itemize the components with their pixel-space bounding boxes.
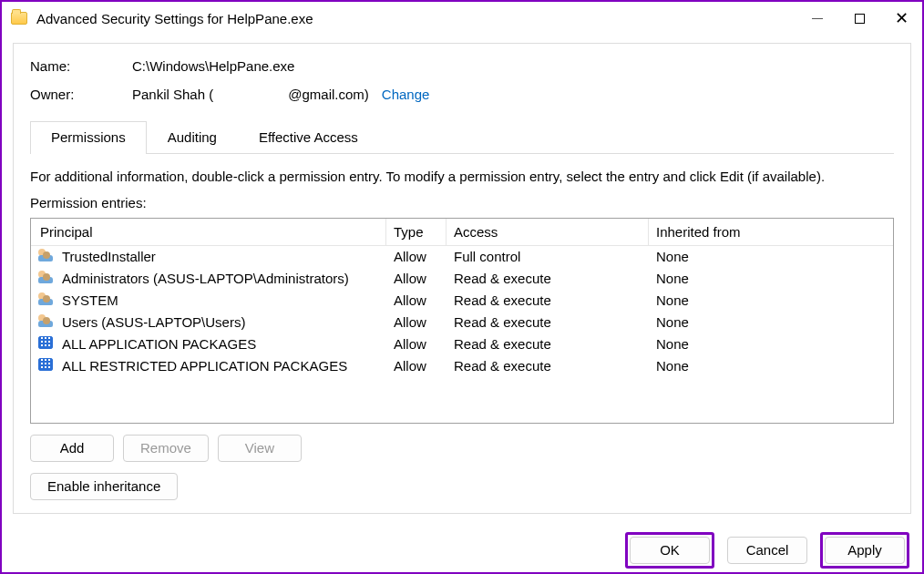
package-icon — [31, 336, 55, 352]
owner-row: Owner: Pankil Shah (@gmail.com) Change — [30, 87, 894, 102]
enable-inheritance-button[interactable]: Enable inheritance — [30, 473, 178, 500]
tab-permissions[interactable]: Permissions — [30, 121, 147, 154]
cell-principal: Administrators (ASUS-LAPTOP\Administrato… — [55, 271, 386, 286]
cell-access: Read & execute — [447, 336, 649, 352]
cell-inherited: None — [649, 336, 893, 352]
group-icon — [31, 292, 55, 308]
entry-buttons: Add Remove View — [30, 435, 894, 462]
titlebar: Advanced Security Settings for HelpPane.… — [2, 2, 922, 36]
main-panel: Name: C:\Windows\HelpPane.exe Owner: Pan… — [13, 43, 911, 514]
col-type[interactable]: Type — [386, 219, 447, 245]
cell-type: Allow — [386, 249, 447, 264]
table-row[interactable]: ALL RESTRICTED APPLICATION PACKAGESAllow… — [31, 355, 893, 377]
cell-inherited: None — [649, 271, 893, 286]
cell-access: Full control — [447, 249, 649, 264]
cell-type: Allow — [386, 292, 447, 308]
table-row[interactable]: SYSTEMAllowRead & executeNone — [31, 290, 893, 312]
table-row[interactable]: Users (ASUS-LAPTOP\Users)AllowRead & exe… — [31, 312, 893, 333]
cell-type: Allow — [386, 336, 447, 352]
apply-highlight: Apply — [820, 532, 909, 569]
col-principal[interactable]: Principal — [31, 219, 386, 245]
tab-auditing[interactable]: Auditing — [147, 121, 238, 154]
name-row: Name: C:\Windows\HelpPane.exe — [30, 58, 894, 74]
view-button[interactable]: View — [218, 435, 302, 462]
cell-access: Read & execute — [447, 271, 649, 286]
folder-icon — [11, 12, 27, 25]
inheritance-row: Enable inheritance — [30, 473, 894, 500]
apply-button[interactable]: Apply — [825, 537, 905, 564]
col-inherited[interactable]: Inherited from — [649, 219, 893, 245]
cell-type: Allow — [386, 271, 447, 286]
table-row[interactable]: ALL APPLICATION PACKAGESAllowRead & exec… — [31, 333, 893, 355]
ok-button[interactable]: OK — [630, 537, 710, 564]
owner-value: Pankil Shah (@gmail.com) — [132, 87, 369, 102]
cell-principal: TrustedInstaller — [55, 249, 386, 264]
cancel-button[interactable]: Cancel — [727, 537, 807, 564]
cell-inherited: None — [649, 358, 893, 374]
table-row[interactable]: TrustedInstallerAllowFull controlNone — [31, 246, 893, 268]
cell-type: Allow — [386, 358, 447, 374]
name-label: Name: — [30, 58, 132, 74]
owner-suffix: @gmail.com) — [288, 87, 369, 102]
grid-header: Principal Type Access Inherited from — [31, 219, 893, 246]
cell-inherited: None — [649, 292, 893, 308]
owner-redacted — [213, 89, 288, 102]
cell-access: Read & execute — [447, 314, 649, 330]
window-title: Advanced Security Settings for HelpPane.… — [36, 11, 313, 26]
minimize-button[interactable] — [796, 2, 838, 36]
group-icon — [31, 271, 55, 286]
cell-type: Allow — [386, 314, 447, 330]
instructions-text: For additional information, double-click… — [30, 169, 894, 184]
maximize-button[interactable] — [838, 2, 880, 36]
name-value: C:\Windows\HelpPane.exe — [132, 58, 294, 74]
cell-principal: SYSTEM — [55, 292, 386, 308]
cell-inherited: None — [649, 314, 893, 330]
col-access[interactable]: Access — [447, 219, 649, 245]
tab-strip: Permissions Auditing Effective Access — [30, 120, 894, 154]
ok-highlight: OK — [625, 532, 714, 569]
cell-principal: ALL RESTRICTED APPLICATION PACKAGES — [55, 358, 386, 374]
permission-grid[interactable]: Principal Type Access Inherited from Tru… — [30, 218, 894, 424]
cell-access: Read & execute — [447, 358, 649, 374]
change-owner-link[interactable]: Change — [382, 87, 430, 102]
owner-prefix: Pankil Shah ( — [132, 87, 213, 102]
remove-button[interactable]: Remove — [123, 435, 209, 462]
window-controls: ✕ — [796, 2, 922, 36]
content-area: Name: C:\Windows\HelpPane.exe Owner: Pan… — [2, 36, 922, 528]
cell-inherited: None — [649, 249, 893, 264]
tab-effective-access[interactable]: Effective Access — [238, 121, 379, 154]
table-row[interactable]: Administrators (ASUS-LAPTOP\Administrato… — [31, 268, 893, 290]
owner-label: Owner: — [30, 87, 132, 102]
cell-principal: ALL APPLICATION PACKAGES — [55, 336, 386, 352]
group-icon — [31, 249, 55, 264]
security-settings-window: Advanced Security Settings for HelpPane.… — [0, 0, 924, 574]
permission-entries-label: Permission entries: — [30, 195, 894, 210]
cell-principal: Users (ASUS-LAPTOP\Users) — [55, 314, 386, 330]
group-icon — [31, 314, 55, 330]
grid-body: TrustedInstallerAllowFull controlNoneAdm… — [31, 246, 893, 377]
cell-access: Read & execute — [447, 292, 649, 308]
add-button[interactable]: Add — [30, 435, 114, 462]
close-button[interactable]: ✕ — [880, 2, 922, 36]
dialog-buttons: OK Cancel Apply — [2, 528, 922, 572]
package-icon — [31, 358, 55, 374]
